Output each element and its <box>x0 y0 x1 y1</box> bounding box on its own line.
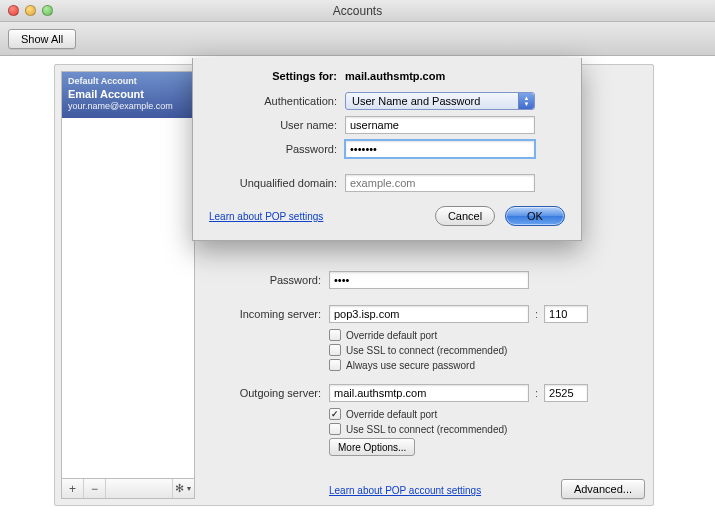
incoming-server-label: Incoming server: <box>203 308 321 320</box>
ok-button[interactable]: OK <box>505 206 565 226</box>
settings-for-server: mail.authsmtp.com <box>345 70 445 82</box>
smtp-settings-sheet: Settings for: mail.authsmtp.com Authenti… <box>192 58 582 241</box>
account-list[interactable]: Default Account Email Account your.name@… <box>61 71 195 479</box>
outgoing-server-input[interactable] <box>329 384 529 402</box>
outgoing-server-label: Outgoing server: <box>203 387 321 399</box>
close-icon[interactable] <box>8 5 19 16</box>
advanced-button[interactable]: Advanced... <box>561 479 645 499</box>
more-options-button[interactable]: More Options... <box>329 438 415 456</box>
username-label: User name: <box>209 119 337 131</box>
outgoing-port-input[interactable] <box>544 384 588 402</box>
settings-for-label: Settings for: <box>209 70 337 82</box>
sheet-password-label: Password: <box>209 143 337 155</box>
cancel-button[interactable]: Cancel <box>435 206 495 226</box>
account-list-item[interactable]: Default Account Email Account your.name@… <box>62 72 194 118</box>
show-all-button[interactable]: Show All <box>8 29 76 49</box>
incoming-server-input[interactable] <box>329 305 529 323</box>
sheet-password-input[interactable] <box>345 140 535 158</box>
add-account-button[interactable]: + <box>62 479 84 498</box>
window-title: Accounts <box>333 4 382 18</box>
account-name: Email Account <box>68 88 188 101</box>
use-ssl-label: Use SSL to connect (recommended) <box>346 424 507 435</box>
unqualified-domain-input[interactable] <box>345 174 535 192</box>
override-port-label: Override default port <box>346 409 437 420</box>
minimize-icon[interactable] <box>25 5 36 16</box>
outgoing-override-port-checkbox[interactable] <box>329 408 341 420</box>
username-input[interactable] <box>345 116 535 134</box>
select-arrows-icon: ▲▼ <box>518 93 534 109</box>
secure-password-checkbox[interactable] <box>329 359 341 371</box>
account-email: your.name@example.com <box>68 101 188 112</box>
password-label: Password: <box>203 274 321 286</box>
zoom-icon[interactable] <box>42 5 53 16</box>
learn-pop-account-link[interactable]: Learn about POP account settings <box>329 485 481 496</box>
secure-password-label: Always use secure password <box>346 360 475 371</box>
outgoing-ssl-checkbox[interactable] <box>329 423 341 435</box>
learn-pop-settings-link[interactable]: Learn about POP settings <box>209 211 323 222</box>
account-type-label: Default Account <box>68 76 188 87</box>
toolbar: Show All <box>0 22 715 56</box>
remove-account-button[interactable]: − <box>84 479 106 498</box>
incoming-port-input[interactable] <box>544 305 588 323</box>
titlebar: Accounts <box>0 0 715 22</box>
account-list-footer: + − ✻ ▼ <box>61 479 195 499</box>
chevron-down-icon: ▼ <box>186 485 193 492</box>
use-ssl-label: Use SSL to connect (recommended) <box>346 345 507 356</box>
account-actions-button[interactable]: ✻ ▼ <box>172 479 194 498</box>
authentication-select[interactable]: User Name and Password ▲▼ <box>345 92 535 110</box>
password-input[interactable] <box>329 271 529 289</box>
unqualified-domain-label: Unqualified domain: <box>209 177 337 189</box>
gear-icon: ✻ <box>175 482 184 495</box>
authentication-label: Authentication: <box>209 95 337 107</box>
port-separator: : <box>535 308 538 320</box>
authentication-value: User Name and Password <box>352 95 480 107</box>
port-separator: : <box>535 387 538 399</box>
incoming-override-port-checkbox[interactable] <box>329 329 341 341</box>
override-port-label: Override default port <box>346 330 437 341</box>
incoming-ssl-checkbox[interactable] <box>329 344 341 356</box>
